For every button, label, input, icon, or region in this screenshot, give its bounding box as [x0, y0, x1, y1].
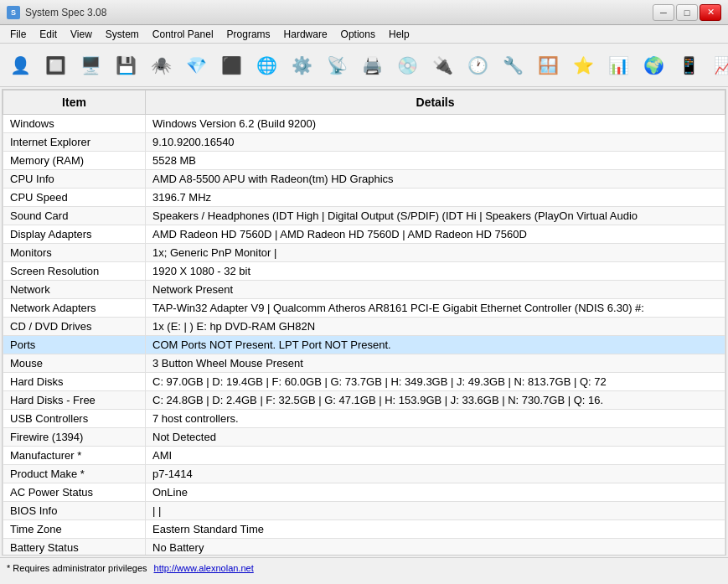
- toolbar-globe[interactable]: 🌐: [250, 47, 283, 84]
- menu-edit[interactable]: Edit: [33, 27, 64, 42]
- table-cell-item: Display Adapters: [3, 225, 146, 244]
- menu-view[interactable]: View: [64, 27, 99, 42]
- table-cell-details: Speakers / Headphones (IDT High | Digita…: [146, 207, 725, 225]
- table-cell-item: CPU Speed: [3, 189, 146, 207]
- table-row[interactable]: Sound CardSpeakers / Headphones (IDT Hig…: [3, 207, 725, 225]
- table-cell-item: Manufacturer *: [3, 447, 146, 465]
- toolbar-spider[interactable]: 🕷️: [144, 47, 178, 84]
- table-cell-item: Battery Status: [3, 539, 146, 556]
- table-row[interactable]: AC Power StatusOnLine: [3, 483, 725, 502]
- person-icon: 👤: [7, 52, 34, 79]
- chip-icon: 💎: [183, 52, 209, 79]
- toolbar-clock[interactable]: 🕐: [461, 47, 494, 84]
- table-cell-details: Not Detected: [146, 428, 725, 447]
- table-cell-details: AMD A8-5500 APU with Radeon(tm) HD Graph…: [146, 170, 725, 189]
- toolbar-device[interactable]: 📱: [672, 47, 705, 84]
- table-row[interactable]: Product Make *p7-1414: [3, 465, 725, 483]
- table-row[interactable]: NetworkNetwork Present: [3, 281, 725, 299]
- processor-icon: ⬛: [218, 52, 245, 79]
- table-row[interactable]: Hard Disks - FreeC: 24.8GB | D: 2.4GB | …: [3, 391, 725, 410]
- table-cell-details: 1920 X 1080 - 32 bit: [146, 262, 725, 281]
- table-row[interactable]: CPU InfoAMD A8-5500 APU with Radeon(tm) …: [3, 170, 725, 189]
- table-cell-details: TAP-Win32 Adapter V9 | Qualcomm Atheros …: [146, 299, 725, 318]
- table-row[interactable]: Battery StatusNo Battery: [3, 539, 725, 556]
- menu-programs[interactable]: Programs: [220, 27, 277, 42]
- status-link[interactable]: http://www.alexnolan.net: [154, 563, 254, 573]
- menu-help[interactable]: Help: [382, 27, 416, 42]
- chart-icon: 📈: [710, 52, 728, 79]
- maximize-button[interactable]: □: [676, 4, 698, 21]
- table-cell-item: Network: [3, 281, 146, 299]
- table-row[interactable]: Screen Resolution1920 X 1080 - 32 bit: [3, 262, 725, 281]
- table-row[interactable]: Time ZoneEastern Standard Time: [3, 520, 725, 539]
- toolbar-harddisk[interactable]: 💾: [109, 47, 142, 84]
- table-cell-details: 7 host controllers.: [146, 410, 725, 428]
- table-cell-details: 9.10.9200.16540: [146, 133, 725, 152]
- table-row[interactable]: Manufacturer *AMI: [3, 447, 725, 465]
- usb-icon: 🔌: [429, 52, 456, 79]
- menu-options[interactable]: Options: [334, 27, 382, 42]
- toolbar-memory[interactable]: 🔲: [39, 47, 72, 84]
- table-cell-item: Firewire (1394): [3, 428, 146, 447]
- table-cell-details: OnLine: [146, 483, 725, 502]
- table-row[interactable]: Memory (RAM)5528 MB: [3, 152, 725, 170]
- toolbar-chip[interactable]: 💎: [179, 47, 213, 84]
- table-cell-details: 3 Button Wheel Mouse Present: [146, 354, 725, 373]
- close-button[interactable]: ✕: [700, 4, 721, 21]
- table-row[interactable]: Network AdaptersTAP-Win32 Adapter V9 | Q…: [3, 299, 725, 318]
- menu-file[interactable]: File: [3, 27, 33, 42]
- menu-hardware[interactable]: Hardware: [277, 27, 334, 42]
- toolbar-globe2[interactable]: 🌍: [637, 47, 670, 84]
- menu-system[interactable]: System: [99, 27, 146, 42]
- table-row[interactable]: Display AdaptersAMD Radeon HD 7560D | AM…: [3, 225, 725, 244]
- table-row[interactable]: BIOS Info | |: [3, 502, 725, 520]
- table-cell-details: C: 24.8GB | D: 2.4GB | F: 32.5GB | G: 47…: [146, 391, 725, 410]
- toolbar-chart[interactable]: 📈: [707, 47, 728, 84]
- title-bar: S System Spec 3.08 ─ □ ✕: [0, 0, 728, 25]
- table-row[interactable]: Firewire (1394)Not Detected: [3, 428, 725, 447]
- table-cell-details: 1x (E: | ) E: hp DVD-RAM GH82N: [146, 318, 725, 336]
- toolbar-usb[interactable]: 🔌: [426, 47, 459, 84]
- toolbar-printer[interactable]: 🖨️: [355, 47, 389, 84]
- table-cell-item: Sound Card: [3, 207, 146, 225]
- table-row[interactable]: WindowsWindows Version 6.2 (Build 9200): [3, 115, 725, 133]
- minimize-button[interactable]: ─: [653, 4, 674, 21]
- table-cell-details: C: 97.0GB | D: 19.4GB | F: 60.0GB | G: 7…: [146, 373, 725, 391]
- window-title: System Spec 3.08: [25, 7, 106, 18]
- status-bar: * Requires administrator privileges http…: [0, 557, 728, 577]
- table-cell-details: No Battery: [146, 539, 725, 556]
- table-cell-details: Network Present: [146, 281, 725, 299]
- table-row[interactable]: PortsCOM Ports NOT Present. LPT Port NOT…: [3, 336, 725, 354]
- table-row[interactable]: Monitors1x; Generic PnP Monitor |: [3, 244, 725, 262]
- toolbar-network[interactable]: 📡: [320, 47, 354, 84]
- table-row[interactable]: CD / DVD Drives1x (E: | ) E: hp DVD-RAM …: [3, 318, 725, 336]
- toolbar-gear[interactable]: ⚙️: [285, 47, 318, 84]
- toolbar-windows[interactable]: 🪟: [531, 47, 565, 84]
- table-cell-details: Windows Version 6.2 (Build 9200): [146, 115, 725, 133]
- toolbar-tools[interactable]: 🔧: [496, 47, 529, 84]
- toolbar-cd[interactable]: 💿: [390, 47, 424, 84]
- toolbar: 👤 🔲 🖥️ 💾 🕷️ 💎 ⬛ 🌐 ⚙️ 📡 🖨️ 💿 🔌 🕐 🔧 🪟 ⭐ 📊 …: [0, 44, 728, 87]
- table-row[interactable]: Internet Explorer9.10.9200.16540: [3, 133, 725, 152]
- table-cell-item: Ports: [3, 336, 146, 354]
- toolbar-processor[interactable]: ⬛: [214, 47, 248, 84]
- toolbar-star[interactable]: ⭐: [566, 47, 600, 84]
- window-controls: ─ □ ✕: [653, 4, 721, 21]
- toolbar-graph[interactable]: 📊: [602, 47, 635, 84]
- table-cell-item: Network Adapters: [3, 299, 146, 318]
- menu-control-panel[interactable]: Control Panel: [146, 27, 220, 42]
- table-container[interactable]: Item Details WindowsWindows Version 6.2 …: [3, 90, 725, 555]
- table-cell-item: Time Zone: [3, 520, 146, 539]
- table-row[interactable]: USB Controllers7 host controllers.: [3, 410, 725, 428]
- table-row[interactable]: Hard DisksC: 97.0GB | D: 19.4GB | F: 60.…: [3, 373, 725, 391]
- menu-bar: File Edit View System Control Panel Prog…: [0, 25, 728, 44]
- toolbar-person[interactable]: 👤: [3, 47, 37, 84]
- table-row[interactable]: CPU Speed3196.7 MHz: [3, 189, 725, 207]
- system-info-table: Item Details WindowsWindows Version 6.2 …: [3, 90, 725, 555]
- toolbar-monitor[interactable]: 🖥️: [74, 47, 107, 84]
- table-cell-item: BIOS Info: [3, 502, 146, 520]
- table-cell-details: 5528 MB: [146, 152, 725, 170]
- title-bar-left: S System Spec 3.08: [7, 6, 106, 19]
- table-row[interactable]: Mouse3 Button Wheel Mouse Present: [3, 354, 725, 373]
- device-icon: 📱: [675, 52, 702, 79]
